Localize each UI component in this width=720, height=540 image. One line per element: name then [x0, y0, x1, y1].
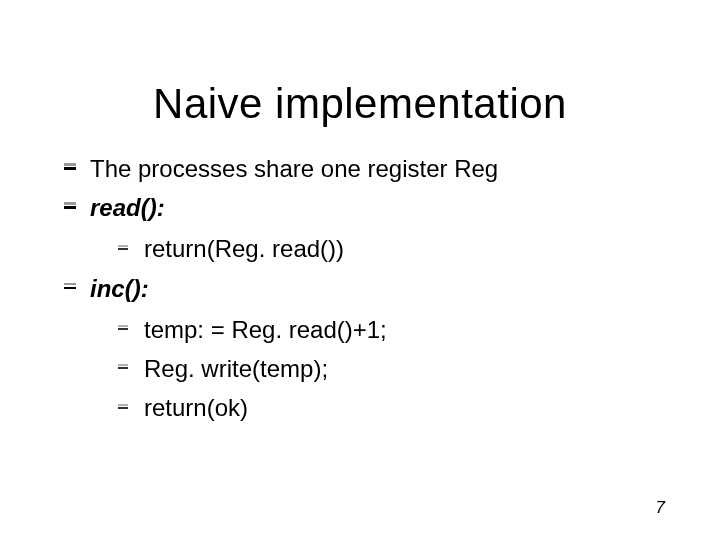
bullet-intro: The processes share one register Reg	[60, 150, 680, 187]
slide-title: Naive implementation	[0, 0, 720, 128]
bullet-read-label: read(): return(Reg. read())	[60, 189, 680, 267]
read-sublist: return(Reg. read())	[90, 230, 680, 267]
bullet-intro-text: The processes share one register Reg	[90, 155, 498, 182]
bullet-inc-body3-text: return(ok)	[144, 394, 248, 421]
bullet-inc-body1: temp: = Reg. read()+1;	[114, 311, 680, 348]
bullet-read-body: return(Reg. read())	[114, 230, 680, 267]
bullet-inc-body3: return(ok)	[114, 389, 680, 426]
bullet-inc-body1-text: temp: = Reg. read()+1;	[144, 316, 387, 343]
bullet-list: The processes share one register Reg rea…	[60, 150, 680, 426]
bullet-inc-body2-text: Reg. write(temp);	[144, 355, 328, 382]
page-number: 7	[656, 498, 665, 518]
inc-sublist: temp: = Reg. read()+1; Reg. write(temp);…	[90, 311, 680, 427]
slide: Naive implementation The processes share…	[0, 0, 720, 540]
bullet-inc-body2: Reg. write(temp);	[114, 350, 680, 387]
bullet-read-body-text: return(Reg. read())	[144, 235, 344, 262]
slide-content: The processes share one register Reg rea…	[0, 128, 720, 426]
bullet-read-label-text: read():	[90, 194, 165, 221]
bullet-inc-label: inc(): temp: = Reg. read()+1; Reg. write…	[60, 270, 680, 427]
bullet-inc-label-text: inc():	[90, 275, 149, 302]
